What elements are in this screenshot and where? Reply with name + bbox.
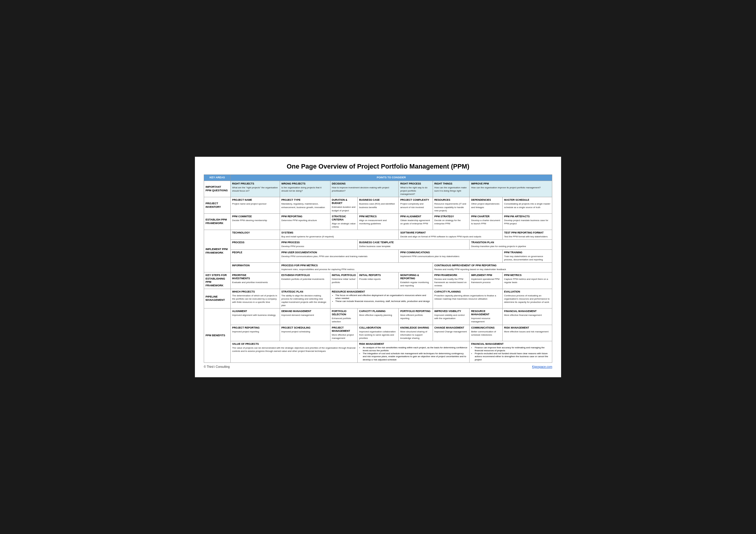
table-cell: BUSINESS CASE TEMPLATE Define business c… xyxy=(358,240,470,250)
table-cell: COMMUNICATIONS Better communication of s… xyxy=(470,325,502,341)
table-cell: CHANGE MANAGEMENT Improved Change manage… xyxy=(433,325,470,341)
table-cell: PPM COMMITEE Decide PPM steering members… xyxy=(230,213,280,230)
table-cell: PEOPLE xyxy=(230,250,280,262)
table-cell: STRATEGIC CRITERIA Align on strategic va… xyxy=(330,213,358,230)
table-cell: PROCESS xyxy=(230,240,280,250)
table-cell: ALIGNMENT Improved alignment with busine… xyxy=(230,308,280,325)
table-cell: PROJECT TYPE Mandatory, regulatory, main… xyxy=(280,197,330,213)
row-label-implement-ppm: IMPLEMENT PPMFRAMEWORK xyxy=(204,230,230,273)
table-row: PPM BENEFITS ALIGNMENT Improved alignmen… xyxy=(204,308,552,325)
table-row: PIPELINEMANAGEMENT WHICH PROJECTS The de… xyxy=(204,289,552,308)
row-label-important-ppm: IMPORTANTPPM QUESTIONS xyxy=(204,181,230,197)
table-cell: IMPROVE PPM How can the organisation imp… xyxy=(470,181,552,197)
table-cell: PPM PROCESS Develop PPM process xyxy=(280,240,358,250)
main-page: One Page Overview of Project Portfolio M… xyxy=(195,157,561,377)
table-cell: BUSINESS CASE Business case (ROI) and id… xyxy=(358,197,399,213)
table-row: IMPLEMENT PPMFRAMEWORK TECHNOLOGY SYSTEM… xyxy=(204,230,552,240)
table-cell: PPM METRICS Align on measurement and mon… xyxy=(358,213,399,230)
table-cell: PPM CHARTER Develop a charter document t… xyxy=(470,213,502,230)
table-cell: PPM COMMUNICATIONS Implement PPM communi… xyxy=(399,250,502,262)
table-cell: EVALUATION Continuous process of evaluat… xyxy=(502,289,552,308)
table-cell: PPM TRAINING Train key stakeholders on g… xyxy=(502,250,552,262)
table-cell: SYSTEMS Buy and install systems for gove… xyxy=(280,230,399,240)
table-cell: TECHNOLOGY xyxy=(230,230,280,240)
table-cell: TEST PPM REPORTING FORMAT Test the PPM f… xyxy=(502,230,552,240)
table-cell: SOFTWARE FORMAT Decide and align on form… xyxy=(399,230,502,240)
table-cell: VALUE OF PROJECTS The value of projects … xyxy=(230,341,358,363)
row-label-ppm-benefits: PPM BENEFITS xyxy=(204,308,230,362)
table-cell: PPM REPORTING Determine PPM reporting st… xyxy=(280,213,330,230)
table-cell: WRONG PROJECTS Is the organisation doing… xyxy=(280,181,330,197)
table-cell: PPM METRICS Capture PPM metrics and repo… xyxy=(502,272,552,289)
main-table: KEY AREAS POINTS TO CONSIDER IMPORTANTPP… xyxy=(204,174,552,362)
table-cell: RESOURCE MANAGEMENT Improved resource ma… xyxy=(470,308,502,325)
table-cell: PPM PM ARTEFACTS Develop project mandate… xyxy=(502,213,552,230)
table-cell: DEPENDENCIES Other project dependencies … xyxy=(470,197,502,213)
table-row: INFORMATION PROCESS FOR PPM METRICS Impl… xyxy=(204,262,552,272)
table-cell: INFORMATION xyxy=(230,262,280,272)
table-cell: TRANSITION PLAN Develop transition plan … xyxy=(470,240,552,250)
table-cell: PPM ALIGNMENT Obtain leadership agreemen… xyxy=(399,213,433,230)
table-cell: RIGHT PROJECTS What are the "right proje… xyxy=(230,181,280,197)
table-cell: RIGHT THINGS How can the organisation ma… xyxy=(433,181,470,197)
footer-link[interactable]: Kigospace.com xyxy=(532,365,552,368)
table-row: PROJECT REPORTING Improved project repor… xyxy=(204,325,552,341)
table-cell: PROJECT NAME Project name and project sp… xyxy=(230,197,280,213)
footer-copyright: © Third i Consulting xyxy=(204,365,230,368)
table-cell: KNOWLEDGE SHARING More structured sharin… xyxy=(399,325,433,341)
table-cell: DEMAND MANAGEMENT Improved demand manage… xyxy=(280,308,330,325)
table-row: IMPORTANTPPM QUESTIONS RIGHT PROJECTS Wh… xyxy=(204,181,552,197)
table-cell: FINANCIAL MANAGEMENT More effective fina… xyxy=(502,308,552,325)
table-cell: DECISIONS How to improve investment deci… xyxy=(330,181,399,197)
table-cell: STRATEGIC PLAN The ability to align the … xyxy=(280,289,330,308)
row-label-establish-ppm: ESTABLISH PPMFRAMEWORK xyxy=(204,213,230,230)
table-cell: COLLABORATION Improved organisation coll… xyxy=(358,325,399,341)
table-cell: INITIAL PORTFOLIO Determine initial 'act… xyxy=(330,272,358,289)
page-title: One Page Overview of Project Portfolio M… xyxy=(204,163,552,170)
table-cell: MONITORING &REPORTING Establish regular … xyxy=(399,272,433,289)
table-cell: CONTINUOUS IMPROVEMENT OF PPM REPORTING … xyxy=(433,262,552,272)
row-label-project-inventory: PROJECTINVENTORY xyxy=(204,197,230,213)
table-cell: INITIAL REPORTS Provide initial reports xyxy=(358,272,399,289)
table-cell: IMPROVED VISIBILITY Improved visibility … xyxy=(433,308,470,325)
table-cell: PPM USER DOCUMENTATION Develop PPM commu… xyxy=(280,250,399,262)
row-label-pipeline: PIPELINEMANAGEMENT xyxy=(204,289,230,308)
table-cell: RISK MANAGEMENT An analysis of the risk … xyxy=(358,341,470,363)
table-cell: RESOURCE MANAGEMENT The focus on efficie… xyxy=(330,289,433,308)
footer: © Third i Consulting Kigospace.com xyxy=(204,365,552,368)
table-cell: PRIORITISEINVESTMENTS Evaluate and prior… xyxy=(230,272,280,289)
col-header-key-areas: KEY AREAS xyxy=(204,175,230,181)
table-cell: RISK MANAGEMENT More effective issues an… xyxy=(502,325,552,341)
table-cell: ESTABIISH PORTFOLIO Establish portfolio … xyxy=(280,272,330,289)
table-cell: DURATION & BUDGET Estimated duration and… xyxy=(330,197,358,213)
table-row: VALUE OF PROJECTS The value of projects … xyxy=(204,341,552,363)
table-row: PROJECTINVENTORY PROJECT NAME Project na… xyxy=(204,197,552,213)
table-row: PEOPLE PPM USER DOCUMENTATION Develop PP… xyxy=(204,250,552,262)
table-cell: PORTFOLIO SELECTION Enhanced portfolio s… xyxy=(330,308,358,325)
table-row: KEY STEPS FORESTABLISHINGPPM FRAMEWORK P… xyxy=(204,272,552,289)
table-cell: CAPACITY PLANNING Proactive capacity pla… xyxy=(433,289,502,308)
table-cell: FINANCIAL MANAGEMENT Finance can improve… xyxy=(470,341,552,363)
table-cell: PPM FRAMEWORK Review and modify the PPM … xyxy=(433,272,470,289)
table-cell: MASTER SCHEDULE Consolidating all projec… xyxy=(502,197,552,213)
table-row: ESTABLISH PPMFRAMEWORK PPM COMMITEE Deci… xyxy=(204,213,552,230)
col-header-points: POINTS TO CONSIDER xyxy=(230,175,552,181)
table-cell: PROJECT REPORTING Improved project repor… xyxy=(230,325,280,341)
table-cell: PROJECT COMPLEXITY Project complexity an… xyxy=(399,197,433,213)
table-cell: PPM STRATEGY Decide on strategy for the … xyxy=(433,213,470,230)
table-cell: PROJECT MANAGEMENT More effective projec… xyxy=(330,325,358,341)
table-cell: PROCESS FOR PPM METRICS Implement roles,… xyxy=(280,262,433,272)
table-cell: RIGHT PROCESS What is the right way to d… xyxy=(399,181,433,197)
row-label-key-steps: KEY STEPS FORESTABLISHINGPPM FRAMEWORK xyxy=(204,272,230,289)
table-cell: IMPLEMENT PPM Implement operational PPM … xyxy=(470,272,502,289)
table-cell: CAPACITY PLANNING More effective capacit… xyxy=(358,308,399,325)
table-cell: PROJECT SCHEDULING Improved project sche… xyxy=(280,325,330,341)
table-cell: WHICH PROJECTS The determination of whic… xyxy=(230,289,280,308)
table-cell: RESOURCES Resource requirements (IT and … xyxy=(433,197,470,213)
table-cell: PORTFOLIO REPORTING More efficient portf… xyxy=(399,308,433,325)
table-row: PROCESS PPM PROCESS Develop PPM process … xyxy=(204,240,552,250)
